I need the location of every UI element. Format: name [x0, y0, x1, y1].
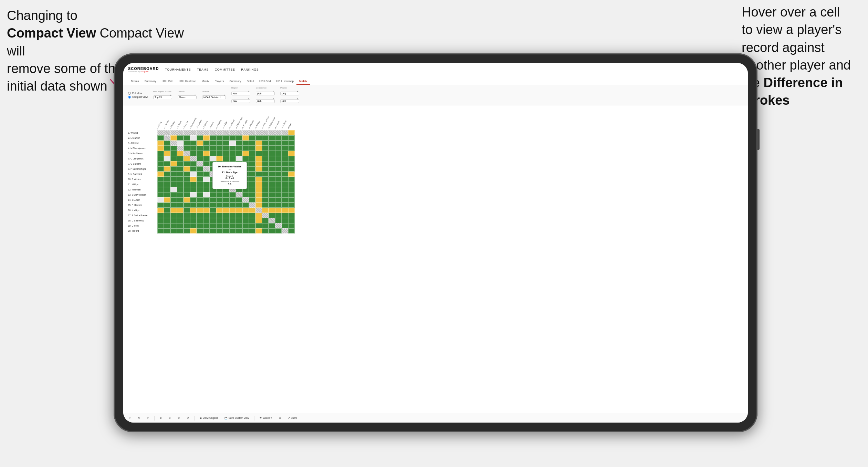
- conference-select2[interactable]: (All): [256, 99, 275, 103]
- grid-cell[interactable]: [170, 223, 177, 228]
- grid-cell[interactable]: [249, 223, 255, 228]
- grid-cell[interactable]: [216, 151, 223, 156]
- grid-cell[interactable]: [190, 135, 197, 141]
- grid-cell[interactable]: [177, 182, 184, 187]
- grid-cell[interactable]: [262, 187, 269, 192]
- grid-cell[interactable]: [262, 135, 269, 141]
- tab-summary[interactable]: Summary: [142, 80, 159, 85]
- grid-cell[interactable]: [190, 182, 197, 187]
- grid-cell[interactable]: [216, 228, 223, 234]
- grid-cell[interactable]: [242, 130, 249, 135]
- grid-cell[interactable]: [269, 177, 275, 182]
- grid-cell[interactable]: [269, 156, 275, 161]
- grid-cell[interactable]: [229, 130, 236, 135]
- grid-cell[interactable]: [170, 161, 177, 166]
- grid-cell[interactable]: [190, 156, 197, 161]
- grid-cell[interactable]: [242, 223, 249, 228]
- share-button[interactable]: ↗ Share: [286, 416, 299, 420]
- grid-cell[interactable]: [262, 213, 269, 218]
- heatmap-container[interactable]: 1. W Ding 2. L Clanton 3. J Koivun 4. M …: [123, 105, 748, 413]
- grid-cell[interactable]: [170, 156, 177, 161]
- grid-cell[interactable]: [203, 156, 210, 161]
- grid-cell[interactable]: [190, 172, 197, 177]
- grid-cell[interactable]: [164, 156, 170, 161]
- grid-cell[interactable]: [255, 177, 262, 182]
- grid-cell[interactable]: [242, 135, 249, 141]
- grid-cell[interactable]: [223, 130, 229, 135]
- grid-cell[interactable]: [236, 213, 242, 218]
- grid-cell[interactable]: [197, 172, 203, 177]
- grid-cell[interactable]: [203, 135, 210, 141]
- grid-cell[interactable]: [197, 135, 203, 141]
- grid-cell[interactable]: [203, 218, 210, 223]
- grid-cell[interactable]: [203, 166, 210, 172]
- grid-cell[interactable]: [249, 182, 255, 187]
- grid-cell[interactable]: [197, 130, 203, 135]
- grid-cell[interactable]: [255, 130, 262, 135]
- grid-cell[interactable]: [249, 213, 255, 218]
- gender-select[interactable]: Men's: [178, 95, 197, 99]
- grid-cell[interactable]: [255, 156, 262, 161]
- grid-cell[interactable]: [203, 182, 210, 187]
- grid-cell[interactable]: [275, 208, 282, 213]
- grid-cell[interactable]: [184, 156, 190, 161]
- grid-cell[interactable]: [262, 192, 269, 197]
- grid-cell[interactable]: [255, 146, 262, 151]
- grid-cell[interactable]: [170, 135, 177, 141]
- grid-cell[interactable]: [164, 197, 170, 203]
- grid-cell[interactable]: [164, 203, 170, 208]
- grid-cell[interactable]: [164, 187, 170, 192]
- grid-cell[interactable]: [275, 151, 282, 156]
- nav-tournaments[interactable]: TOURNAMENTS: [165, 68, 191, 71]
- grid-cell[interactable]: [177, 135, 184, 141]
- grid-cell[interactable]: [216, 135, 223, 141]
- grid-cell[interactable]: [288, 203, 295, 208]
- grid-cell[interactable]: [229, 141, 236, 146]
- grid-cell[interactable]: [170, 141, 177, 146]
- grid-cell[interactable]: [170, 166, 177, 172]
- grid-cell[interactable]: [197, 203, 203, 208]
- compact-view-option[interactable]: Compact View: [128, 96, 148, 98]
- grid-cell[interactable]: [223, 151, 229, 156]
- grid-cell[interactable]: [190, 141, 197, 146]
- grid-cell[interactable]: [236, 141, 242, 146]
- grid-cell[interactable]: [249, 161, 255, 166]
- grid-cell[interactable]: [229, 218, 236, 223]
- grid-cell[interactable]: [236, 197, 242, 203]
- grid-cell[interactable]: [288, 161, 295, 166]
- grid-cell[interactable]: [223, 218, 229, 223]
- grid-cell[interactable]: [236, 203, 242, 208]
- grid-cell[interactable]: [170, 208, 177, 213]
- grid-cell[interactable]: [275, 182, 282, 187]
- grid-cell[interactable]: [197, 182, 203, 187]
- full-view-option[interactable]: Full View: [128, 92, 148, 95]
- grid-cell[interactable]: [157, 166, 164, 172]
- grid-cell[interactable]: [157, 151, 164, 156]
- grid-cell[interactable]: [164, 135, 170, 141]
- grid-cell[interactable]: [255, 187, 262, 192]
- grid-cell[interactable]: [197, 192, 203, 197]
- grid-cell[interactable]: [203, 151, 210, 156]
- grid-cell[interactable]: [223, 192, 229, 197]
- grid-cell[interactable]: [184, 161, 190, 166]
- grid-cell[interactable]: [210, 135, 216, 141]
- grid-cell[interactable]: [275, 218, 282, 223]
- grid-cell[interactable]: [242, 203, 249, 208]
- grid-cell[interactable]: [164, 192, 170, 197]
- grid-cell[interactable]: [197, 141, 203, 146]
- grid-cell[interactable]: [282, 192, 288, 197]
- grid-cell[interactable]: [177, 166, 184, 172]
- grid-cell[interactable]: [216, 208, 223, 213]
- grid-cell[interactable]: [190, 146, 197, 151]
- grid-cell[interactable]: [197, 187, 203, 192]
- grid-cell[interactable]: [262, 197, 269, 203]
- grid-cell[interactable]: [170, 130, 177, 135]
- grid-cell[interactable]: [275, 228, 282, 234]
- grid-cell[interactable]: [229, 151, 236, 156]
- grid-cell[interactable]: [216, 197, 223, 203]
- grid-cell[interactable]: [249, 156, 255, 161]
- tab-h2h-heatmap[interactable]: H2H Heatmap: [176, 80, 199, 85]
- grid-cell[interactable]: [223, 213, 229, 218]
- grid-cell[interactable]: [255, 151, 262, 156]
- grid-cell[interactable]: [249, 218, 255, 223]
